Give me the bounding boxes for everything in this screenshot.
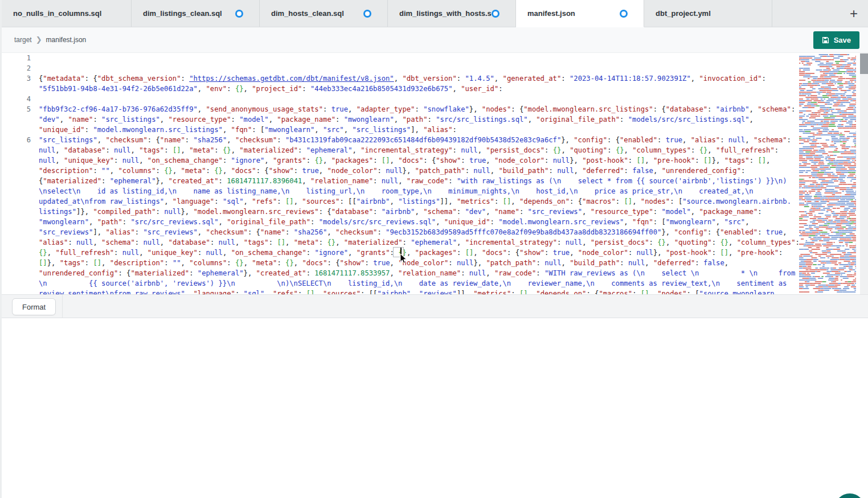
code-text: \n {{ source('airbnb', 'reviews') }}\n \…	[39, 278, 787, 289]
line-number: 2	[2, 63, 39, 73]
tab-label: dim_hosts_clean.sql	[271, 9, 344, 18]
code-text: null, "unique_key": null, "on_schema_cha…	[39, 155, 770, 166]
code-text: \nselect\n id as listing_id,\n name as l…	[39, 186, 754, 196]
code-text: "description": "", "columns": {}, "meta"…	[39, 166, 745, 176]
line-number: 3	[2, 73, 39, 84]
line-number	[2, 248, 39, 258]
code-line[interactable]: null, "database": null, "tags": [], "met…	[2, 145, 797, 155]
code-text: []}, "tags": [], "description": "", "col…	[39, 258, 728, 268]
tab-manifest.json[interactable]: manifest.json	[516, 0, 644, 27]
scrollbar-thumb[interactable]	[860, 53, 868, 74]
line-number	[2, 145, 39, 155]
code-line[interactable]: "src_reviews"], "alias": "src_reviews", …	[2, 227, 797, 237]
tab-label: dbt_project.yml	[656, 9, 711, 18]
code-line[interactable]: 6"src_listings", "checksum": {"name": "s…	[2, 135, 797, 145]
line-number	[2, 268, 39, 278]
line-number	[2, 166, 39, 176]
code-text: "mwonglearn", "path": "src/src_reviews.s…	[39, 217, 750, 227]
unsaved-indicator-icon	[363, 10, 371, 18]
breadcrumb-file: manifest.json	[46, 36, 87, 44]
code-text: {"materialized": "ephemeral"}, "created_…	[39, 176, 787, 186]
line-number	[2, 176, 39, 186]
ide-root: no_nulls_in_columns.sqldim_listings_clea…	[0, 0, 868, 498]
code-line[interactable]: 1	[2, 53, 797, 63]
line-number	[2, 217, 39, 227]
save-button[interactable]: Save	[813, 31, 859, 49]
code-text: "dev", "name": "src_listings", "resource…	[39, 114, 754, 125]
code-line[interactable]: \n {{ source('airbnb', 'reviews') }}\n \…	[2, 278, 797, 289]
code-line[interactable]: "dev", "name": "src_listings", "resource…	[2, 114, 797, 125]
code-line[interactable]: listings"]}, "compiled_path": null}, "mo…	[2, 207, 797, 217]
code-line[interactable]: 3{"metadata": {"dbt_schema_version": "ht…	[2, 73, 797, 84]
line-number	[2, 196, 39, 207]
code-text: review_sentiment\nfrom raw_reviews", "la…	[39, 289, 779, 294]
line-number	[2, 84, 39, 94]
line-number: 1	[2, 53, 39, 63]
code-text: null, "database": null, "tags": [], "met…	[39, 145, 779, 155]
tab-label: dim_listings_with_hosts.sql	[399, 9, 492, 18]
code-text: "fbb9f3c2-cf96-4a17-b736-976a62d35ff9", …	[39, 104, 795, 114]
code-text: "unrendered_config": {"materialized": "e…	[39, 268, 795, 278]
line-number	[2, 114, 39, 125]
code-text: "src_listings", "checksum": {"name": "sh…	[39, 135, 791, 145]
line-number	[2, 155, 39, 166]
code-line[interactable]: "mwonglearn", "path": "src/src_reviews.s…	[2, 217, 797, 227]
code-line[interactable]: {"materialized": "ephemeral"}, "created_…	[2, 176, 797, 186]
tab-dim_listings_clean.sql[interactable]: dim_listings_clean.sql	[132, 0, 260, 27]
code-line[interactable]: review_sentiment\nfrom raw_reviews", "la…	[2, 289, 797, 294]
code-line[interactable]: "description": "", "columns": {}, "meta"…	[2, 166, 797, 176]
bottom-panel	[2, 318, 868, 498]
code-line[interactable]: \nselect\n id as listing_id,\n name as l…	[2, 186, 797, 196]
unsaved-indicator-icon	[492, 10, 499, 18]
minimap[interactable]	[799, 53, 859, 294]
editor-footer-bar: Format	[2, 294, 868, 318]
code-line[interactable]: 2	[2, 63, 797, 73]
code-line[interactable]: "5f51bb91-94b8-4e31-94f2-26b5e061d22a", …	[2, 84, 797, 94]
tab-dim_hosts_clean.sql[interactable]: dim_hosts_clean.sql	[260, 0, 388, 27]
save-floppy-icon	[822, 36, 829, 44]
tab-dbt_project.yml[interactable]: dbt_project.yml	[644, 0, 772, 27]
line-number	[2, 258, 39, 268]
code-text: "alias": null, "schema": null, "database…	[39, 237, 800, 248]
panel-divider	[62, 295, 63, 318]
tab-label: manifest.json	[527, 9, 575, 18]
tab-no_nulls_in_columns.sql[interactable]: no_nulls_in_columns.sql	[2, 0, 132, 27]
format-button[interactable]: Format	[12, 298, 56, 315]
file-header-bar: target ❯ manifest.json Save	[2, 27, 868, 53]
code-text: {"metadata": {"dbt_schema_version": "htt…	[39, 73, 766, 84]
new-tab-button[interactable]: +	[845, 5, 862, 22]
tab-list: no_nulls_in_columns.sqldim_listings_clea…	[2, 0, 772, 27]
code-text: {}, "full_refresh": null, "unique_key": …	[39, 248, 783, 258]
code-text: listings"]}, "compiled_path": null}, "mo…	[39, 207, 762, 217]
code-line[interactable]: "alias": null, "schema": null, "database…	[2, 237, 797, 248]
breadcrumb: target ❯ manifest.json	[2, 36, 86, 44]
line-number	[2, 237, 39, 248]
save-button-label: Save	[834, 36, 851, 44]
code-line[interactable]: 5"fbb9f3c2-cf96-4a17-b736-976a62d35ff9",…	[2, 104, 797, 114]
code-editor[interactable]: 123{"metadata": {"dbt_schema_version": "…	[2, 53, 868, 294]
line-number	[2, 278, 39, 289]
line-number	[2, 207, 39, 217]
line-number	[2, 125, 39, 135]
code-line[interactable]: null, "unique_key": null, "on_schema_cha…	[2, 155, 797, 166]
tab-label: dim_listings_clean.sql	[143, 9, 222, 18]
code-text: "src_reviews"], "alias": "src_reviews", …	[39, 227, 787, 237]
line-number: 5	[2, 104, 39, 114]
code-text: "5f51bb91-94b8-4e31-94f2-26b5e061d22a", …	[39, 84, 503, 94]
code-line[interactable]: updated_at\nfrom raw_listings", "languag…	[2, 196, 797, 207]
unsaved-indicator-icon	[235, 10, 243, 18]
code-text: updated_at\nfrom raw_listings", "languag…	[39, 196, 791, 207]
mouse-cursor-icon	[400, 253, 407, 264]
line-number: 4	[2, 94, 39, 104]
tab-label: no_nulls_in_columns.sql	[13, 9, 101, 18]
line-number	[2, 289, 39, 294]
unsaved-indicator-icon	[620, 10, 628, 18]
code-line[interactable]: 4	[2, 94, 797, 104]
tab-dim_listings_with_hosts.sql[interactable]: dim_listings_with_hosts.sql	[388, 0, 516, 27]
code-line[interactable]: "unique_id": "model.mwonglearn.src_listi…	[2, 125, 797, 135]
tab-bar: no_nulls_in_columns.sqldim_listings_clea…	[2, 0, 868, 27]
breadcrumb-folder[interactable]: target	[14, 36, 32, 44]
chevron-right-icon: ❯	[36, 36, 42, 43]
editor-scrollbar[interactable]	[860, 53, 868, 294]
code-line[interactable]: "unrendered_config": {"materialized": "e…	[2, 268, 797, 278]
